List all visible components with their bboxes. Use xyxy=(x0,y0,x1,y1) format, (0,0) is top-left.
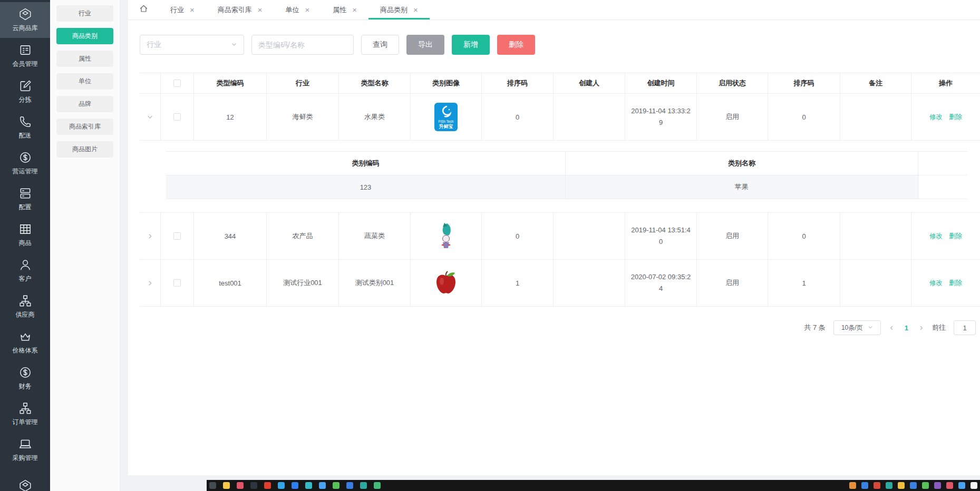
sidebar-item-sorting[interactable]: 分拣 xyxy=(0,74,50,110)
sidebar-item-finance[interactable]: 财务 xyxy=(0,360,50,396)
menu-item-brand[interactable]: 品牌 xyxy=(56,96,113,112)
edit-link[interactable]: 修改 xyxy=(929,279,943,288)
menu-item-product-category[interactable]: 商品类别 xyxy=(56,28,113,44)
goto-page-input[interactable] xyxy=(954,320,976,335)
taskbar-app-icon[interactable] xyxy=(237,482,244,489)
column-header: 类别图像 xyxy=(411,73,482,93)
sidebar-item-partial-bottom[interactable] xyxy=(0,468,50,491)
member-card-icon xyxy=(18,43,32,57)
taskbar-app-icon[interactable] xyxy=(319,482,326,489)
tab-product-category[interactable]: 商品类别× xyxy=(368,0,430,19)
taskbar-app-icon[interactable] xyxy=(360,482,367,489)
sidebar-item-price-system[interactable]: 价格体系 xyxy=(0,325,50,360)
delete-link[interactable]: 删除 xyxy=(949,232,962,241)
prev-page-button[interactable] xyxy=(889,325,895,331)
sidebar-item-supplier[interactable]: 供应商 xyxy=(0,289,50,325)
taskbar-app-icon[interactable] xyxy=(910,482,917,489)
add-button[interactable]: 新增 xyxy=(452,35,490,55)
taskbar-app-icon[interactable] xyxy=(958,482,965,489)
menu-item-unit[interactable]: 单位 xyxy=(56,73,113,90)
taskbar-app-icon[interactable] xyxy=(305,482,312,489)
content-panel: 行业 查询 导出 新增 删除 类型编码行业类型名称类别图像排序码创建人创建时间启… xyxy=(128,20,980,475)
taskbar-app-icon[interactable] xyxy=(874,482,880,489)
phone-icon xyxy=(18,115,32,129)
export-button[interactable]: 导出 xyxy=(406,35,444,55)
taskbar-app-icon[interactable] xyxy=(278,482,285,489)
menu-item-product-image[interactable]: 商品图片 xyxy=(56,141,113,158)
sidebar-item-customer[interactable]: 客户 xyxy=(0,253,50,289)
table-row: 12海鲜类水果类 FiSh Tech 升鲜宝02019-11-04 13:33:… xyxy=(140,94,980,141)
expand-row-button[interactable] xyxy=(147,279,154,287)
delete-button[interactable]: 删除 xyxy=(497,35,535,55)
tab-label: 行业 xyxy=(170,5,184,15)
taskbar-app-icon[interactable] xyxy=(333,482,339,489)
menu-item-attribute[interactable]: 属性 xyxy=(56,51,113,67)
sidebar-item-cloud-product-library[interactable]: 云商品库 xyxy=(0,2,50,38)
page-size-select[interactable]: 10条/页 xyxy=(833,320,881,335)
cell-sort-code-2: 0 xyxy=(768,213,840,259)
search-input[interactable] xyxy=(251,35,354,55)
main-area: 行业×商品索引库×单位×属性×商品类别× 行业 查询 导出 新增 删除 类型编码… xyxy=(120,0,980,491)
close-icon[interactable]: × xyxy=(413,6,418,14)
tab-attribute[interactable]: 属性× xyxy=(321,0,368,19)
taskbar-app-icon[interactable] xyxy=(849,482,856,489)
table-row: 344农产品蔬菜类 02019-11-04 13:51:40启用0修改删除 xyxy=(140,213,980,260)
tab-industry[interactable]: 行业× xyxy=(159,0,206,19)
sidebar-item-product[interactable]: 商品 xyxy=(0,217,50,253)
sidebar-item-label: 财务 xyxy=(19,382,32,391)
close-icon[interactable]: × xyxy=(258,6,263,14)
taskbar-app-icon[interactable] xyxy=(861,482,868,489)
chevron-down-icon xyxy=(231,41,237,49)
sidebar-item-order-management[interactable]: 订单管理 xyxy=(0,396,50,432)
collapse-row-button[interactable] xyxy=(147,113,154,121)
delete-link[interactable]: 删除 xyxy=(949,279,962,288)
taskbar-app-icon[interactable] xyxy=(934,482,941,489)
sub-table: 类别编码类别名称123苹果 xyxy=(166,151,967,199)
taskbar-app-icon[interactable] xyxy=(946,482,953,489)
taskbar-app-icon[interactable] xyxy=(971,482,977,489)
delete-link[interactable]: 删除 xyxy=(949,113,962,122)
expand-row-button[interactable] xyxy=(147,232,154,240)
select-all-checkbox[interactable] xyxy=(173,80,181,87)
row-checkbox[interactable] xyxy=(173,113,181,121)
cell-remark xyxy=(840,94,911,140)
close-icon[interactable]: × xyxy=(352,6,357,14)
sidebar-item-member-management[interactable]: 会员管理 xyxy=(0,38,50,74)
sidebar-item-label: 价格体系 xyxy=(13,346,38,355)
industry-select[interactable]: 行业 xyxy=(140,35,244,55)
secondary-sidebar: 行业商品类别属性单位品牌商品索引库商品图片 xyxy=(50,0,120,491)
sidebar-item-operations-management[interactable]: 营运管理 xyxy=(0,145,50,181)
sidebar-item-purchase-management[interactable]: 采购管理 xyxy=(0,432,50,468)
sidebar-item-delivery[interactable]: 配送 xyxy=(0,110,50,145)
close-icon[interactable]: × xyxy=(190,6,195,14)
taskbar-app-icon[interactable] xyxy=(898,482,905,489)
taskbar-app-icon[interactable] xyxy=(922,482,929,489)
row-checkbox[interactable] xyxy=(173,279,181,287)
edit-link[interactable]: 修改 xyxy=(929,113,943,122)
sub-cell: 苹果 xyxy=(566,175,918,199)
tab-unit[interactable]: 单位× xyxy=(274,0,322,19)
row-checkbox[interactable] xyxy=(173,232,181,240)
taskbar-app-icon[interactable] xyxy=(250,482,257,489)
taskbar-app-icon[interactable] xyxy=(292,482,298,489)
taskbar-app-icon[interactable] xyxy=(264,482,271,489)
query-button[interactable]: 查询 xyxy=(361,35,399,55)
column-header: 排序码 xyxy=(768,73,840,93)
taskbar-app-icon[interactable] xyxy=(223,482,230,489)
taskbar-app-icon[interactable] xyxy=(209,482,216,489)
menu-item-product-index-library[interactable]: 商品索引库 xyxy=(56,119,113,135)
sidebar-item-configuration[interactable]: 配置 xyxy=(0,181,50,217)
column-header: 创建人 xyxy=(554,73,625,93)
edit-link[interactable]: 修改 xyxy=(929,232,943,241)
cube-icon xyxy=(18,479,32,491)
taskbar-app-icon[interactable] xyxy=(886,482,892,489)
taskbar-app-icon[interactable] xyxy=(346,482,353,489)
page-number[interactable]: 1 xyxy=(903,324,910,332)
menu-item-industry[interactable]: 行业 xyxy=(56,5,113,22)
home-tab[interactable] xyxy=(128,0,159,19)
taskbar-app-icon[interactable] xyxy=(374,482,381,489)
os-taskbar xyxy=(207,480,980,491)
close-icon[interactable]: × xyxy=(305,6,310,14)
tab-product-index-library[interactable]: 商品索引库× xyxy=(206,0,274,19)
next-page-button[interactable] xyxy=(918,325,924,331)
